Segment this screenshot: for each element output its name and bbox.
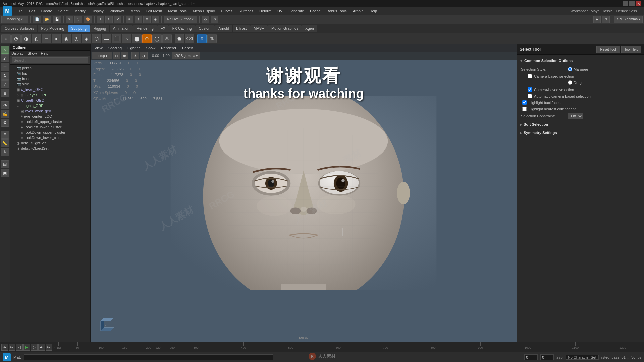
shelf-tab-fx-caching[interactable]: FX Caching bbox=[169, 25, 195, 32]
timeline-next-button[interactable]: ⏭ bbox=[38, 344, 45, 351]
sculpt-relax-icon[interactable]: ○ bbox=[1, 34, 11, 43]
colorspace-selector[interactable]: sRGB gamma ▾ bbox=[614, 16, 643, 23]
sculpt-smear-icon[interactable]: ⬤ bbox=[132, 34, 142, 43]
auto-camera-checkbox[interactable] bbox=[528, 94, 532, 98]
show-manip-button[interactable]: ⚙ bbox=[1, 119, 9, 127]
shelf-tab-xgen[interactable]: Xgen bbox=[302, 25, 317, 32]
vp-menu-shading[interactable]: Shading bbox=[106, 45, 124, 51]
menu-edit[interactable]: Edit bbox=[26, 8, 38, 14]
shelf-tab-bifrost[interactable]: Bifrost bbox=[233, 25, 250, 32]
shelf-tab-poly-modeling[interactable]: Poly Modeling bbox=[38, 25, 67, 32]
selection-constraint-select[interactable]: Off On bbox=[568, 113, 583, 119]
paint-select-button-left[interactable]: 🖌 bbox=[1, 54, 9, 62]
drag-radio[interactable] bbox=[568, 80, 572, 85]
sculpt-wax-icon[interactable]: ⬡ bbox=[92, 34, 101, 43]
rotate-tool[interactable]: ↻ bbox=[105, 16, 113, 23]
panel-button-left[interactable]: ▤ bbox=[1, 160, 9, 168]
outliner-item-look-down-lower[interactable]: ◈ lookDown_lower_cluster bbox=[10, 135, 90, 140]
menu-select[interactable]: Select bbox=[56, 8, 71, 14]
sculpt-flatten-icon[interactable]: ▭ bbox=[42, 34, 51, 43]
outliner-item-side[interactable]: 📷 side bbox=[10, 81, 90, 87]
open-scene-button[interactable]: 📂 bbox=[43, 16, 51, 23]
start-frame-input[interactable] bbox=[524, 354, 538, 360]
snap-align-button[interactable]: ⊞ bbox=[1, 131, 9, 139]
menu-edit-mesh[interactable]: Edit Mesh bbox=[143, 8, 165, 14]
outliner-item-eye-center-loc[interactable]: + eye_center_LOC bbox=[10, 114, 90, 119]
rotate-button-left[interactable]: ↻ bbox=[1, 72, 9, 80]
outliner-display-menu[interactable]: Display bbox=[11, 51, 23, 55]
vp-menu-lighting[interactable]: Lighting bbox=[125, 45, 143, 51]
outliner-item-c-head-geo[interactable]: ▣ c_head_GEO bbox=[10, 87, 90, 92]
outliner-item-look-left-upper[interactable]: ◈ lookLeft_upper_cluster bbox=[10, 119, 90, 124]
viewport[interactable]: View Shading Lighting Show Renderer Pane… bbox=[91, 44, 517, 342]
sculpt-mirror-icon[interactable]: ⇅ bbox=[207, 34, 217, 43]
vp-camera-selector[interactable]: persp ▾ bbox=[92, 52, 112, 59]
scale-button-left[interactable]: ⤢ bbox=[1, 80, 9, 88]
outliner-item-default-light-set[interactable]: ◑ defaultLightSet bbox=[10, 140, 90, 146]
menu-surfaces[interactable]: Surfaces bbox=[236, 8, 256, 14]
highlight-backfaces-checkbox[interactable] bbox=[522, 100, 527, 105]
vp-menu-panels[interactable]: Panels bbox=[179, 45, 196, 51]
reset-tool-button[interactable]: Reset Tool bbox=[596, 46, 620, 53]
sculpt-button-left[interactable]: ✍ bbox=[1, 110, 9, 118]
save-scene-button[interactable]: 💾 bbox=[53, 16, 61, 23]
render-button[interactable]: ▶ bbox=[593, 16, 601, 23]
outliner-item-front[interactable]: 📷 front bbox=[10, 76, 90, 81]
scale-tool[interactable]: ⤢ bbox=[114, 16, 121, 23]
snap-surface-button[interactable]: ◈ bbox=[152, 16, 159, 23]
lasso-select-button[interactable]: ⬡ bbox=[74, 16, 82, 23]
sculpt-imprint-icon[interactable]: ◈ bbox=[82, 34, 91, 43]
sculpt-amplify-icon[interactable]: ◯ bbox=[152, 34, 162, 43]
timeline-end-button[interactable]: ⏭ bbox=[46, 344, 52, 351]
universal-manip-button[interactable]: ⊕ bbox=[1, 89, 9, 97]
menu-help[interactable]: Help bbox=[367, 8, 380, 14]
menu-bonus-tools[interactable]: Bonus Tools bbox=[324, 8, 350, 14]
menu-cache[interactable]: Cache bbox=[307, 8, 323, 14]
vp-menu-renderer[interactable]: Renderer bbox=[158, 45, 179, 51]
menu-arnold[interactable]: Arnold bbox=[350, 8, 366, 14]
shelf-tab-fx[interactable]: FX bbox=[157, 25, 169, 32]
outliner-item-look-down-upper[interactable]: ◈ lookDown_upper_cluster bbox=[10, 130, 90, 135]
shelf-tab-motion-graphics[interactable]: Motion Graphics bbox=[268, 25, 302, 32]
menu-create[interactable]: Create bbox=[39, 8, 55, 14]
minimize-button[interactable]: – bbox=[623, 1, 628, 6]
menu-deform[interactable]: Deform bbox=[257, 8, 274, 14]
module-selector[interactable]: Modeling ▾ bbox=[1, 16, 28, 23]
outliner-item-top[interactable]: 📷 top bbox=[10, 71, 90, 76]
outliner-item-default-object-set[interactable]: ◑ defaultObjectSet bbox=[10, 146, 90, 151]
menu-curves[interactable]: Curves bbox=[218, 8, 235, 14]
vp-wireframe-button[interactable]: ⊡ bbox=[113, 52, 120, 59]
outliner-show-menu[interactable]: Show bbox=[28, 51, 37, 55]
maya-logo[interactable]: M bbox=[3, 6, 12, 16]
menu-uv[interactable]: UV bbox=[275, 8, 285, 14]
outliner-item-look-left-lower[interactable]: ◈ lookLeft_lower_cluster bbox=[10, 124, 90, 130]
snap-point-button[interactable]: ⊕ bbox=[143, 16, 151, 23]
live-surface-button[interactable]: No Live Surface ▾ bbox=[164, 16, 197, 23]
sculpt-foamy-icon[interactable]: ● bbox=[52, 34, 61, 43]
snap-curve-button[interactable]: ⌇ bbox=[135, 16, 142, 23]
render-settings-button[interactable]: ⚙ bbox=[602, 16, 610, 23]
soft-selection-section[interactable]: ▶ Soft Selection bbox=[520, 121, 641, 128]
common-selection-section-header[interactable]: ▼ Common Selection Options bbox=[520, 57, 641, 64]
outliner-help-menu[interactable]: Help bbox=[41, 51, 49, 55]
annotation-button[interactable]: ✎ bbox=[1, 148, 9, 156]
vp-menu-show[interactable]: Show bbox=[144, 45, 158, 51]
camera-based-drag-checkbox[interactable] bbox=[528, 87, 532, 92]
timeline-prev-button[interactable]: ⏭ bbox=[9, 344, 15, 351]
sculpt-bulge-icon[interactable]: ⊙ bbox=[142, 34, 152, 43]
render-region-button[interactable]: ▣ bbox=[1, 169, 9, 177]
new-scene-button[interactable]: 📄 bbox=[33, 16, 41, 23]
outliner-item-c-teeth-geo[interactable]: ▣ C_teeth_GEO bbox=[10, 98, 90, 103]
sculpt-pinch-icon[interactable]: ◐ bbox=[32, 34, 41, 43]
shelf-tab-curves-surfaces[interactable]: Curves / Surfaces bbox=[1, 25, 37, 32]
soft-mod-button[interactable]: ◔ bbox=[1, 101, 9, 109]
sculpt-repeat-icon[interactable]: ◎ bbox=[72, 34, 81, 43]
sculpt-flood-icon[interactable]: ⬟ bbox=[175, 34, 184, 43]
sculpt-spray-icon[interactable]: ◉ bbox=[62, 34, 71, 43]
vp-menu-view[interactable]: View bbox=[92, 45, 105, 51]
navigation-cube[interactable]: X bbox=[97, 318, 114, 335]
shelf-tab-rigging[interactable]: Rigging bbox=[90, 25, 109, 32]
move-button-left[interactable]: ✛ bbox=[1, 63, 9, 71]
select-mode-button[interactable]: ↖ bbox=[1, 46, 9, 54]
outliner-item-lights-grp[interactable]: ▽ ⊞ lights_GRP bbox=[10, 103, 90, 108]
